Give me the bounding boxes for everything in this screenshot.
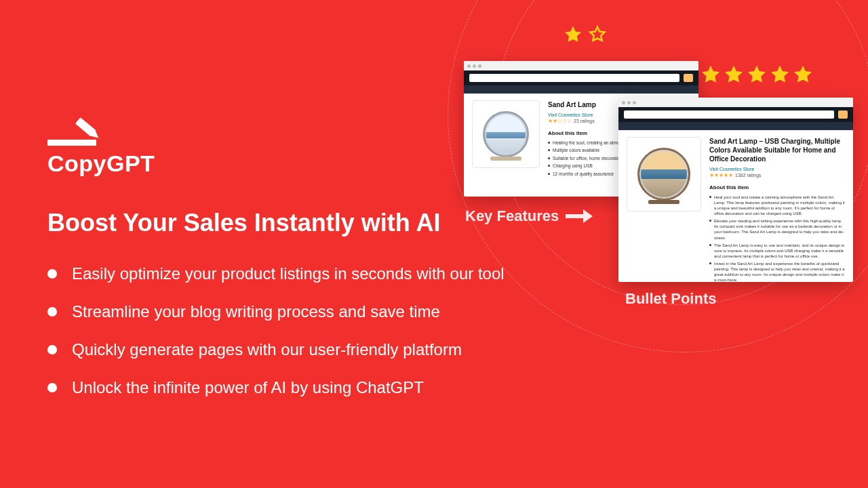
list-text: Easily optimize your product listings in… [72,264,505,283]
list-text: Streamline your blog writing process and… [72,302,440,321]
about-bullet: The Sand Art Lamp is easy to use and mai… [709,243,845,259]
feature-list: Easily optimize your product listings in… [47,264,505,416]
star-icon [700,64,722,85]
ratings-count: 1382 ratings [735,173,762,178]
label-text: Key Features [465,207,559,225]
brand-name: CopyGPT [47,150,155,177]
list-item: Quickly generate pages with our user-fri… [47,340,505,359]
label-bullet-points: Bullet Points [625,290,716,308]
bullet-dot [47,383,57,392]
product-info: Sand Art Lamp – USB Charging, Multiple C… [709,137,845,282]
label-key-features: Key Features [465,207,593,225]
bullet-dot [47,345,57,354]
about-heading: About this item [709,184,845,191]
rating-before [563,24,608,45]
brand-logo: CopyGPT [47,117,155,177]
arrow-right-icon [566,209,593,223]
pencil-icon [47,117,107,146]
search-button [838,110,848,119]
search-bar [469,74,679,82]
store-nav [464,70,698,85]
product-title: Sand Art Lamp – USB Charging, Multiple C… [709,137,845,163]
rating-after [700,64,814,85]
bullet-dot [47,307,57,317]
store-subnav [464,85,698,94]
store-nav [618,107,853,122]
star-icon [723,64,745,85]
list-item: Streamline your blog writing process and… [47,302,505,321]
headline: Boost Your Sales Instantly with AI [47,209,440,237]
about-bullet: Elevate your reading and writing experie… [709,218,845,240]
about-bullets: Heal your soul and create a calming atmo… [709,195,845,282]
svg-rect-0 [47,140,96,146]
mini-stars: ★★★★★ [709,172,733,178]
svg-rect-3 [566,214,585,218]
star-icon [769,64,791,85]
bullet-dot [47,269,57,279]
search-bar [624,110,834,119]
list-item: Unlock the infinite power of AI by using… [47,378,505,397]
store-subnav [618,122,853,130]
list-text: Quickly generate pages with our user-fri… [72,340,462,359]
ratings-count: 23 ratings [574,119,595,123]
browser-chrome [618,98,853,107]
about-bullet: Invest in the Sand Art Lamp and experien… [709,261,845,282]
product-image [472,100,540,168]
svg-marker-4 [583,209,593,223]
browser-chrome [464,61,698,70]
star-icon [563,24,583,45]
mini-stars: ★★☆☆☆ [548,118,572,124]
star-icon [792,64,814,85]
list-item: Easily optimize your product listings in… [47,264,505,283]
store-link: Visit Cosmetics Store [709,166,845,172]
star-outline-icon [587,24,608,45]
star-icon [746,64,768,85]
product-image [627,137,701,211]
listing-after-card: Sand Art Lamp – USB Charging, Multiple C… [618,98,853,282]
about-bullet: Heal your soul and create a calming atmo… [709,195,845,216]
list-text: Unlock the infinite power of AI by using… [72,378,424,397]
search-button [684,74,693,82]
